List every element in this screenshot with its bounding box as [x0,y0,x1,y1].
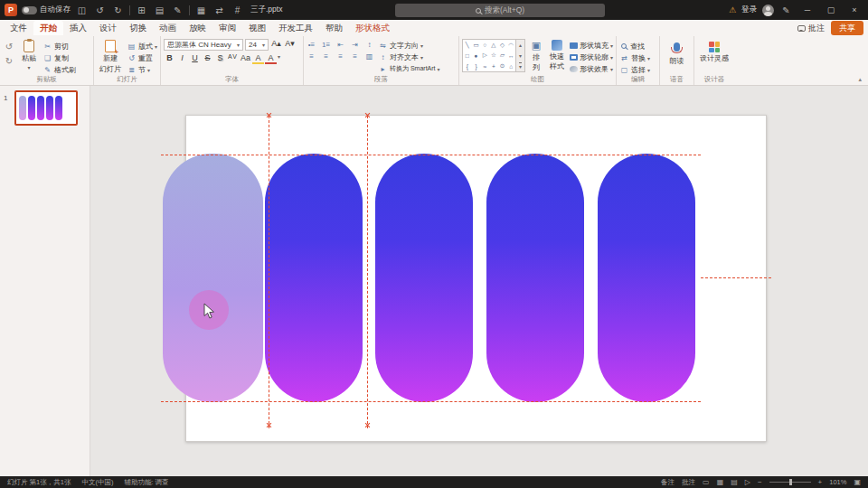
comments-button[interactable]: 批注 [797,23,825,34]
new-slide-button[interactable]: 新建 幻灯片 [97,39,124,75]
reset-button[interactable]: ↺重置 [127,52,157,63]
autosave-toggle[interactable]: 自动保存 [22,5,71,15]
save-icon[interactable]: ◫ [75,5,89,15]
tab-review[interactable]: 审阅 [212,21,242,35]
shape-triangle-icon[interactable]: △ [491,42,495,49]
shape-arc-icon[interactable]: ◠ [508,42,514,49]
shape-brace-left-icon[interactable]: { [467,63,468,70]
reading-view-icon[interactable]: ▤ [731,478,738,486]
align-right-button[interactable]: ≡ [335,52,345,61]
shape-target-icon[interactable]: ⊙ [500,62,505,70]
shape-line-icon[interactable]: ╲ [466,42,469,49]
arrange-button[interactable]: ▣ 排列 [528,39,544,73]
character-spacing-button[interactable]: AV [227,53,239,60]
user-avatar[interactable] [762,5,774,16]
decrease-indent-button[interactable]: ⇤ [335,41,345,49]
find-button[interactable]: 查找 [619,41,656,52]
increase-indent-button[interactable]: ⇥ [350,41,360,49]
quick-tool-table-icon[interactable]: ▦ [194,5,208,15]
accessibility-status[interactable]: 辅助功能: 调查 [124,478,168,487]
bold-button[interactable]: B [164,53,175,62]
slide-thumbnail[interactable] [14,90,78,126]
statusbar-comments-button[interactable]: 批注 [682,478,695,487]
font-name-select[interactable]: 思源黑体 CN Heavy ▾ [164,39,243,51]
shape-home-icon[interactable]: ⌂ [509,63,513,70]
shrink-font-button[interactable]: A▾ [284,39,296,48]
change-case-button[interactable]: Aa [240,53,251,62]
copy-button[interactable]: ❏复制 [42,52,76,63]
bullets-button[interactable]: •≡ [307,41,316,49]
tab-slideshow[interactable]: 放映 [183,21,212,35]
alert-icon[interactable]: ⚠ [729,5,736,14]
shape-effects-button[interactable]: 形状效果▾ [570,63,613,74]
shape-pill-3[interactable] [375,154,473,402]
fit-to-window-icon[interactable]: ▣ [854,478,861,486]
zoom-in-button[interactable]: + [818,478,823,486]
tab-transitions[interactable]: 切换 [123,21,153,35]
format-painter-button[interactable]: ✎格式刷 [42,64,76,75]
designer-button[interactable]: 设计灵感 [697,39,731,64]
slide-sorter-icon[interactable]: ▦ [717,478,724,486]
font-size-select[interactable]: 24 ▾ [245,39,269,51]
grow-font-button[interactable]: A▴ [270,39,282,48]
shape-dot-icon[interactable]: ● [475,52,478,59]
shape-gallery[interactable]: ╲ ▭ ○ △ ◇ ◠ □ ● ▷ ☆ ▱ ↔ { } ≈ + ⊙ [462,39,516,72]
justify-button[interactable]: ≡ [350,52,360,61]
shape-brace-right-icon[interactable]: } [475,63,476,70]
shape-parallelogram-icon[interactable]: ▱ [500,52,505,59]
shape-pill-1-selected[interactable] [163,154,263,402]
tab-file[interactable]: 文件 [4,21,33,35]
columns-button[interactable]: ▥ [364,52,374,61]
quick-tool-pen-icon[interactable]: ✎ [171,5,184,15]
shape-circle-icon[interactable]: ○ [483,42,486,48]
shape-gallery-scroll[interactable]: ▴ ▾ ▾ [516,39,525,72]
underline-button[interactable]: U [189,53,201,62]
layout-button[interactable]: ▤版式▾ [127,41,157,52]
select-button[interactable]: ▢选择▾ [619,64,656,75]
gallery-down-icon[interactable]: ▾ [519,52,522,59]
edit-mode-icon[interactable]: ✎ [779,5,793,15]
tab-animations[interactable]: 动画 [153,21,183,35]
ribbon-undo-button[interactable]: ↺ [3,42,15,52]
shape-outline-button[interactable]: 形状轮廓▾ [570,52,613,62]
restore-button[interactable]: ▢ [822,5,840,14]
shape-plus-icon[interactable]: + [492,63,495,70]
slide-panel[interactable]: 1 [0,86,90,476]
zoom-level[interactable]: 101% [829,478,846,486]
font-color-button[interactable]: A [265,53,277,64]
shape-pill-5[interactable] [598,154,695,402]
quick-tool-grid-icon[interactable]: ⊞ [135,5,148,15]
quick-tool-sheet-icon[interactable]: ▤ [153,5,166,15]
smartart-button[interactable]: ▸转换为 SmartArt▾ [378,63,448,74]
paste-button[interactable]: 粘贴 ▾ [19,39,39,71]
quick-tool-swap-icon[interactable]: ⇄ [212,5,226,15]
share-button[interactable]: 共享 [831,21,863,35]
tab-shape-format[interactable]: 形状格式 [349,21,396,35]
line-spacing-button[interactable]: ↕ [364,41,374,49]
cut-button[interactable]: ✂剪切 [42,41,76,52]
redo-icon[interactable]: ↻ [111,5,125,15]
shape-pill-2[interactable] [265,154,363,402]
read-aloud-button[interactable]: 朗读 [663,39,691,67]
shape-pill-4[interactable] [486,154,584,402]
shape-double-arrow-icon[interactable]: ↔ [508,52,514,59]
text-shadow-button[interactable]: S [214,53,226,62]
zoom-out-button[interactable]: − [758,478,762,486]
tab-help[interactable]: 帮助 [319,21,349,35]
tab-devtools[interactable]: 开发工具 [272,21,319,35]
tab-view[interactable]: 视图 [242,21,272,35]
align-text-button[interactable]: ↕对齐文本▾ [378,52,448,62]
close-button[interactable]: × [845,5,863,14]
numbering-button[interactable]: 1≡ [321,41,331,49]
notes-button[interactable]: 备注 [661,478,675,487]
quick-styles-button[interactable]: 快速样式 [547,39,567,72]
language-indicator[interactable]: 中文(中国) [81,478,113,487]
gallery-up-icon[interactable]: ▴ [519,42,522,48]
ribbon-collapse-icon[interactable]: ▴ [858,76,862,83]
shape-square-icon[interactable]: □ [466,52,469,59]
login-button[interactable]: 登录 [741,5,757,15]
zoom-slider[interactable] [769,482,811,483]
shape-arrow-icon[interactable]: ▷ [483,52,487,59]
shape-rect-icon[interactable]: ▭ [473,42,478,49]
search-box[interactable]: 搜索(Alt+Q) [395,4,605,17]
